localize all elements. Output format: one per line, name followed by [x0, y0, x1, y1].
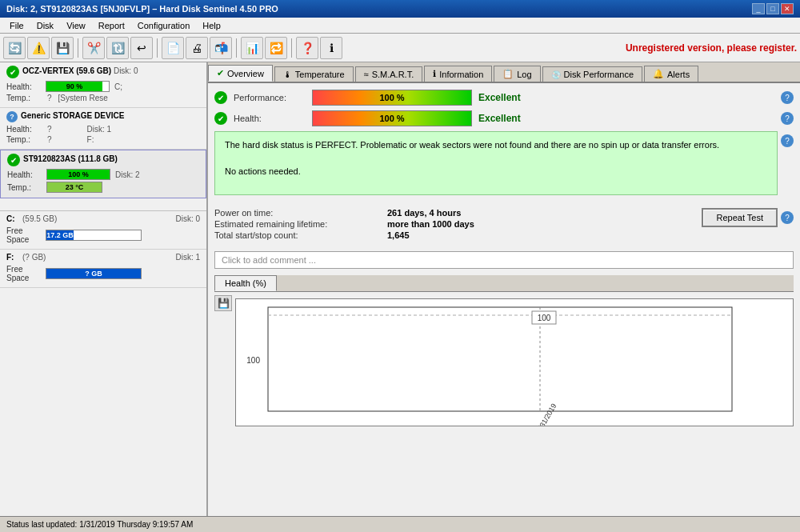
health-pct-tab[interactable]: Health (%): [214, 275, 277, 291]
disk-item-1[interactable]: ? Generic STORAGE DEVICE Health: ? Disk:…: [0, 108, 206, 150]
toolbar-btn-7[interactable]: 📄: [162, 37, 184, 59]
main-layout: ✔ OCZ-VERTEX (59.6 GB) Disk: 0 Health: 9…: [0, 62, 800, 516]
health-label-1: Health:: [6, 125, 42, 134]
health-chart-svg: 100 100 1/31/2019: [236, 299, 793, 426]
temp-value-2: 23 °C: [66, 183, 84, 191]
tab-alerts[interactable]: 🔔 Alerts: [644, 66, 698, 82]
close-button[interactable]: ✕: [781, 3, 794, 14]
chart-area: 100 100 1/31/2019: [235, 298, 794, 426]
health-value-1: ?: [47, 125, 52, 134]
toolbar-btn-2[interactable]: ⚠️: [27, 37, 50, 59]
disk-title-0: OCZ-VERTEX (59.6 GB) Disk: 0: [22, 66, 138, 75]
temp-label-1: Temp.:: [6, 135, 42, 144]
status-help-btn[interactable]: ?: [781, 134, 794, 147]
toolbar-btn-9[interactable]: 📬: [210, 37, 232, 59]
health-bar: 100 %: [312, 110, 472, 126]
lifetime-value: more than 1000 days: [387, 219, 474, 229]
toolbar-btn-5[interactable]: 🔃: [106, 37, 129, 59]
toolbar-btn-12[interactable]: ❓: [296, 37, 318, 59]
free-space-bar-f: ? GB: [46, 268, 142, 279]
disk-item-0[interactable]: ✔ OCZ-VERTEX (59.6 GB) Disk: 0 Health: 9…: [0, 62, 206, 108]
maximize-button[interactable]: □: [766, 3, 779, 14]
svg-text:100: 100: [538, 314, 551, 322]
disk-item-2[interactable]: ✔ ST9120823AS (111.8 GB) Health: 100 % D…: [0, 150, 206, 198]
disk-title-2: ST9120823AS (111.8 GB): [23, 154, 118, 163]
temp-value-1: ?: [47, 135, 52, 144]
window-title: Disk: 2, ST9120823AS [5NJ0FVLP] – Hard D…: [6, 4, 278, 14]
performance-help-btn[interactable]: ?: [781, 91, 794, 104]
status-message-box: The hard disk status is PERFECT. Problem…: [214, 131, 778, 195]
health-label-0: Health:: [6, 82, 42, 91]
tab-log[interactable]: 📋 Log: [494, 66, 540, 82]
performance-status: Excellent: [478, 92, 542, 103]
health-label-2: Health:: [7, 170, 43, 179]
status-bar: Status last updated: 1/31/2019 Thursday …: [0, 516, 800, 532]
tab-perf-icon: 💿: [551, 70, 561, 79]
drive-f-letter: F:: [6, 253, 22, 262]
tab-temp-icon: 🌡: [283, 70, 292, 79]
repeat-test-help-btn[interactable]: ?: [781, 211, 794, 224]
health-help-btn[interactable]: ?: [781, 112, 794, 125]
toolbar-btn-1[interactable]: 🔄: [3, 37, 26, 59]
separator-4: [291, 38, 292, 58]
tab-overview-icon: ✔: [217, 68, 224, 78]
menu-disk[interactable]: Disk: [30, 20, 60, 31]
toolbar-btn-11[interactable]: 🔁: [265, 37, 287, 59]
tab-smart[interactable]: ≈ S.M.A.R.T.: [355, 66, 423, 82]
separator-2: [157, 38, 158, 58]
startstop-value: 1,645: [387, 230, 474, 240]
tab-disk-performance[interactable]: 💿 Disk Performance: [542, 66, 642, 82]
toolbar-btn-13[interactable]: ℹ: [320, 37, 342, 59]
drive-letter-1: F:: [87, 135, 94, 144]
toolbar-btn-8[interactable]: 🖨: [186, 37, 208, 59]
performance-check-icon: ✔: [214, 91, 227, 104]
tab-overview[interactable]: ✔ Overview: [208, 65, 273, 82]
no-actions-text: No actions needed.: [225, 166, 301, 176]
temp-bar-2: 23 °C: [46, 182, 102, 193]
tab-log-label: Log: [517, 70, 531, 79]
window-controls[interactable]: _ □ ✕: [752, 3, 794, 14]
temp-detail-0: [System Rese: [58, 94, 108, 102]
health-bar-2: 100 %: [46, 169, 110, 180]
toolbar: 🔄 ⚠️ 💾 ✂️ 🔃 ↩ 📄 🖨 📬 📊 🔁 ❓ ℹ Unregistered…: [0, 34, 800, 62]
toolbar-btn-10[interactable]: 📊: [241, 37, 263, 59]
menu-help[interactable]: Help: [196, 20, 227, 31]
drive-c-section: C: (59.5 GB) Disk: 0 Free Space 17.2 GB: [0, 211, 206, 250]
disk-num-1: Disk: 1: [87, 125, 112, 134]
health-drive-0: C;: [114, 82, 122, 91]
disk-num-2: Disk: 2: [115, 170, 140, 179]
toolbar-btn-6[interactable]: ↩: [130, 37, 153, 59]
menu-report[interactable]: Report: [92, 20, 131, 31]
menu-configuration[interactable]: Configuration: [131, 20, 196, 31]
drive-f-section: F: (? GB) Disk: 1 Free Space ? GB: [0, 250, 206, 288]
status-text: Status last updated: 1/31/2019 Thursday …: [6, 520, 193, 529]
minimize-button[interactable]: _: [752, 3, 765, 14]
power-on-label: Power on time:: [214, 208, 374, 218]
health-sub-tab-bar: Health (%): [214, 275, 794, 292]
tab-temperature[interactable]: 🌡 Temperature: [274, 66, 354, 82]
temp-label-0: Temp.:: [6, 94, 42, 102]
free-space-value-c: 17.2 GB: [46, 231, 74, 239]
toolbar-btn-4[interactable]: ✂️: [82, 37, 105, 59]
comment-box[interactable]: Click to add comment ...: [214, 251, 794, 269]
tab-smart-icon: ≈: [364, 70, 369, 79]
tab-content: ✔ Performance: 100 % Excellent ? ✔ Healt…: [208, 83, 800, 516]
tab-disk-performance-label: Disk Performance: [564, 70, 634, 79]
power-on-value: 261 days, 4 hours: [387, 208, 474, 218]
toolbar-btn-3[interactable]: 💾: [51, 37, 74, 59]
menu-file[interactable]: File: [3, 20, 30, 31]
tab-information[interactable]: ℹ Information: [424, 66, 492, 82]
drive-c-letter: C:: [6, 214, 22, 223]
unregistered-notice[interactable]: Unregistered version, please register.: [626, 42, 797, 54]
menu-view[interactable]: View: [60, 20, 92, 31]
right-panel: ✔ Overview 🌡 Temperature ≈ S.M.A.R.T. ℹ …: [208, 62, 800, 516]
left-panel: ✔ OCZ-VERTEX (59.6 GB) Disk: 0 Health: 9…: [0, 62, 208, 516]
free-space-bar-c: 17.2 GB: [46, 230, 142, 241]
check-icon-2: ✔: [7, 154, 20, 166]
repeat-test-button[interactable]: Repeat Test: [702, 208, 778, 227]
drive-c-disknum: Disk: 0: [175, 214, 200, 223]
health-label: Health:: [234, 114, 306, 123]
comment-placeholder: Click to add comment ...: [222, 255, 316, 265]
health-bar-0: 90 %: [46, 81, 110, 92]
chart-save-btn[interactable]: 💾: [214, 295, 232, 311]
